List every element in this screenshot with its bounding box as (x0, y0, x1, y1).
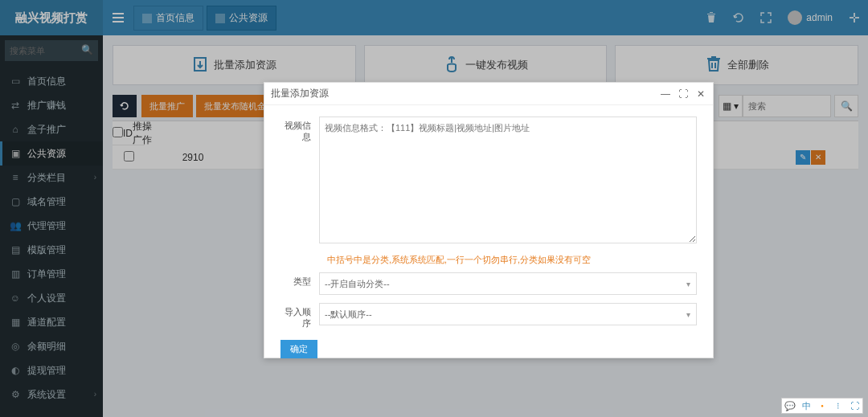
modal-body: 视频信息 中括号中是分类,系统系统匹配,一行一个切勿串行,分类如果没有可空 类型… (264, 105, 713, 340)
ime-menu-icon[interactable]: ⁝ (830, 401, 846, 411)
modal-header[interactable]: 批量添加资源 — ⛶ ✕ (264, 83, 713, 105)
form-hint: 中括号中是分类,系统系统匹配,一行一个切勿串行,分类如果没有可空 (327, 254, 697, 266)
label-video-info: 视频信息 (280, 117, 319, 246)
batch-add-modal: 批量添加资源 — ⛶ ✕ 视频信息 中括号中是分类,系统系统匹配,一行一个切勿串… (264, 82, 714, 358)
minimize-icon[interactable]: — (660, 88, 671, 100)
window-controls: — ⛶ ✕ (660, 88, 706, 100)
ime-bubble-icon[interactable]: 💬 (782, 401, 798, 411)
maximize-icon[interactable]: ⛶ (678, 88, 689, 100)
label-order: 导入顺序 (280, 303, 319, 329)
ime-expand-icon[interactable]: ⛶ (846, 401, 862, 411)
ime-dot-icon[interactable]: ● (814, 403, 830, 408)
ime-toolbar[interactable]: 💬 中 ● ⁝ ⛶ (781, 398, 863, 414)
video-info-textarea[interactable] (319, 117, 697, 243)
order-select[interactable]: --默认顺序-- (319, 303, 697, 325)
ime-lang[interactable]: 中 (798, 400, 814, 412)
modal-footer: 确定 (264, 340, 713, 358)
label-type: 类型 (280, 272, 319, 295)
submit-button[interactable]: 确定 (280, 340, 317, 358)
type-select[interactable]: --开启自动分类-- (319, 272, 697, 295)
close-icon[interactable]: ✕ (695, 88, 706, 100)
modal-title: 批量添加资源 (271, 87, 329, 100)
